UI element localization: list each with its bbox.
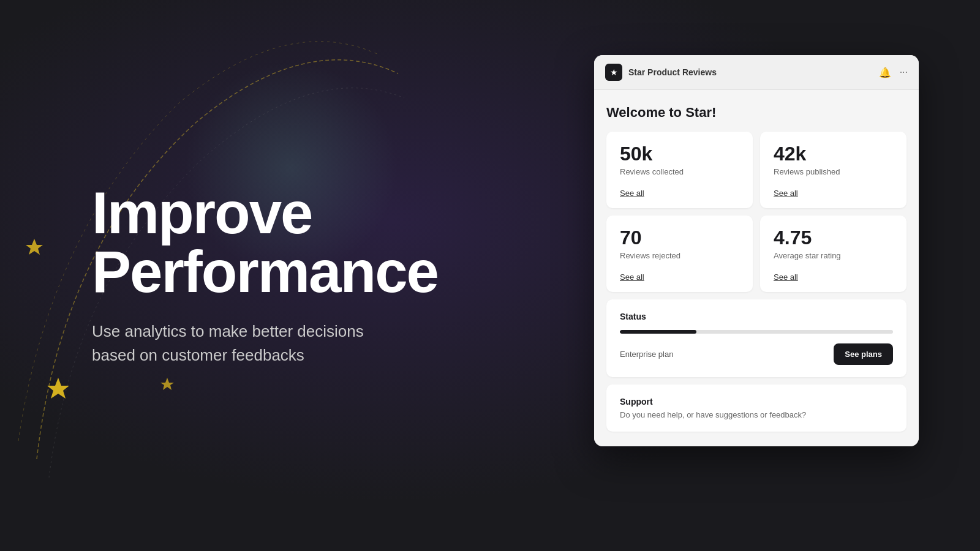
plan-label: Enterprise plan [620,350,673,359]
progress-bar-background [620,330,893,334]
title-bar-actions: 🔔 ··· [879,67,908,78]
left-content-area: Improve Performance Use analytics to mak… [0,0,527,551]
see-all-link-published[interactable]: See all [774,189,798,198]
title-bar-left: ★ Star Product Reviews [605,64,717,81]
stat-value-reviews-published: 42k [774,144,893,163]
sub-heading: Use analytics to make better decisions b… [92,320,398,367]
app-window: ★ Star Product Reviews 🔔 ··· Welcome to … [594,55,919,446]
status-bottom: Enterprise plan See plans [620,343,893,365]
app-icon: ★ [605,64,622,81]
stats-grid: 50k Reviews collected See all 42k Review… [606,132,907,292]
stat-label-reviews-collected: Reviews collected [620,167,739,176]
app-title: Star Product Reviews [628,67,717,77]
stat-value-avg-rating: 4.75 [774,228,893,247]
panel-content: Welcome to Star! 50k Reviews collected S… [594,90,919,446]
support-text: Do you need help, or have suggestions or… [620,410,893,419]
stat-label-reviews-rejected: Reviews rejected [620,251,739,260]
welcome-title: Welcome to Star! [606,105,907,121]
stat-value-reviews-rejected: 70 [620,228,739,247]
title-bar: ★ Star Product Reviews 🔔 ··· [594,55,919,90]
stat-card-reviews-collected: 50k Reviews collected See all [606,132,753,208]
heading-line1: Improve [92,180,312,246]
see-all-link-collected[interactable]: See all [620,189,644,198]
see-plans-button[interactable]: See plans [834,343,893,365]
stat-card-reviews-published: 42k Reviews published See all [760,132,907,208]
stat-value-reviews-collected: 50k [620,144,739,163]
see-all-link-rejected[interactable]: See all [620,272,644,282]
stat-label-avg-rating: Average star rating [774,251,893,260]
heading-line2: Performance [92,239,438,304]
star-icon: ★ [610,67,618,77]
stat-label-reviews-published: Reviews published [774,167,893,176]
support-card: Support Do you need help, or have sugges… [606,384,907,432]
more-icon[interactable]: ··· [900,67,908,78]
status-title: Status [620,312,893,321]
stat-card-reviews-rejected: 70 Reviews rejected See all [606,216,753,292]
see-all-link-rating[interactable]: See all [774,272,798,282]
stat-card-avg-rating: 4.75 Average star rating See all [760,216,907,292]
progress-bar-fill [620,330,696,334]
status-card: Status Enterprise plan See plans [606,299,907,377]
support-title: Support [620,397,893,407]
bell-icon[interactable]: 🔔 [879,67,891,78]
main-heading: Improve Performance [92,184,527,301]
